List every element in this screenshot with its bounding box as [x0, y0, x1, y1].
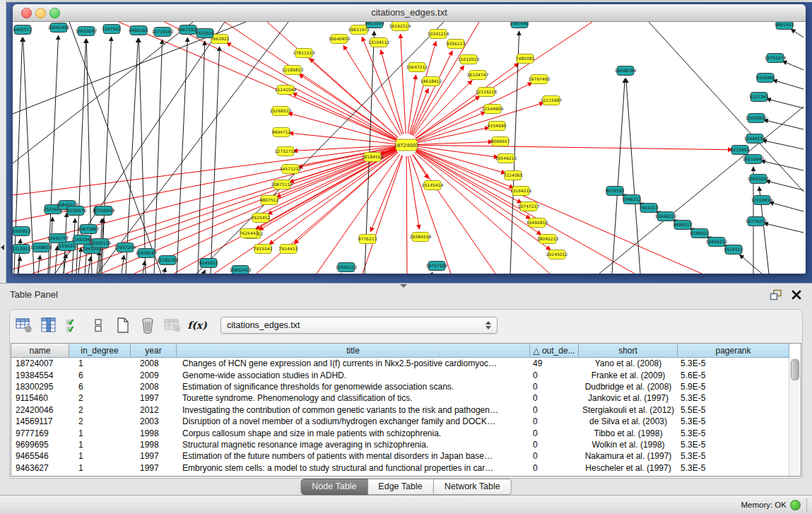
cell-out-de-: 49	[530, 358, 579, 368]
cell-short: Jankovic et al. (1997)	[579, 393, 678, 403]
tab-edge-table[interactable]: Edge Table	[367, 479, 433, 495]
network-window-titlebar[interactable]: citations_edges.txt	[13, 4, 806, 22]
table-row[interactable]: 946362711997Embryonic stem cells: a mode…	[11, 462, 789, 474]
svg-text:12444154: 12444154	[744, 136, 766, 141]
close-panel-icon[interactable]	[791, 289, 802, 300]
svg-text:7625443: 7625443	[240, 230, 259, 235]
tab-node-table[interactable]: Node Table	[300, 479, 367, 495]
close-window-button[interactable]	[21, 8, 32, 18]
svg-text:8813054: 8813054	[365, 22, 384, 25]
cell-year: 1997	[131, 463, 177, 473]
cell-title: Estimation of significance thresholds fo…	[177, 382, 530, 392]
status-bar-divider	[806, 498, 807, 512]
cell-name: 9465546	[11, 451, 69, 461]
cell-out-de-: 0	[530, 428, 579, 438]
svg-text:11610515: 11610515	[458, 57, 480, 62]
cell-short: Yano et al. (2008)	[579, 358, 678, 368]
svg-text:9807512: 9807512	[260, 197, 279, 202]
table-selector-dropdown[interactable]: citations_edges.txt	[220, 317, 498, 334]
cell-in-degree: 2	[69, 405, 131, 415]
maximize-window-button[interactable]	[49, 8, 60, 18]
svg-text:17811523: 17811523	[293, 50, 315, 55]
table-row[interactable]: 1456911722003Disruption of a novel membe…	[11, 416, 789, 427]
cell-out-de-: 0	[530, 451, 579, 461]
cell-title: Disruption of a novel member of a sodium…	[177, 416, 530, 426]
cell-in-degree: 2	[69, 416, 131, 426]
svg-text:20245012: 20245012	[546, 252, 568, 257]
delete-column-button[interactable]	[138, 315, 158, 335]
table-panel-header: Table Panel	[0, 284, 812, 306]
tab-network-table[interactable]: Network Table	[434, 479, 512, 495]
table-row[interactable]: 1872400712008Changes of HCN gene express…	[11, 358, 789, 369]
svg-text:9694712: 9694712	[272, 129, 291, 134]
cell-name: 9699695	[11, 440, 69, 450]
svg-text:15751074: 15751074	[765, 55, 787, 60]
select-rows-button[interactable]	[64, 315, 83, 335]
cell-in-degree: 1	[69, 428, 131, 438]
cell-out-de-: 0	[530, 393, 579, 403]
svg-text:17359938: 17359938	[93, 208, 115, 213]
svg-text:16104747: 16104747	[467, 72, 489, 77]
cell-in-degree: 2	[69, 393, 131, 403]
selection-toggle-button[interactable]	[88, 315, 108, 335]
svg-text:9356213: 9356213	[447, 41, 466, 46]
table-row[interactable]: 977716911998Corpus callosum shape and si…	[11, 427, 789, 438]
table-row[interactable]: 946554611997Estimation of the future num…	[11, 450, 789, 462]
svg-text:3313911: 3313911	[13, 246, 31, 251]
table-row[interactable]: 1938455462009Genome-wide association stu…	[11, 369, 789, 380]
cell-pagerank: 5.3E-5	[678, 416, 789, 426]
svg-text:10747217: 10747217	[518, 204, 540, 209]
create-column-button[interactable]	[113, 315, 133, 335]
table-tabs: Node TableEdge TableNetwork Table	[300, 479, 511, 495]
cell-name: 19384554	[11, 370, 69, 380]
svg-text:11544909: 11544909	[482, 106, 504, 111]
table-row[interactable]: 1830029562008Estimation of significance …	[11, 381, 789, 392]
svg-text:13204112: 13204112	[368, 40, 390, 45]
table-row[interactable]: 2242004622012Investigating the contribut…	[11, 404, 789, 416]
svg-text:9154690: 9154690	[488, 123, 507, 128]
column-header-out-de-[interactable]: △ out_de...	[530, 344, 579, 358]
svg-text:10341214: 10341214	[428, 31, 449, 36]
table-mode-button[interactable]	[14, 315, 34, 335]
cell-pagerank: 5.5E-5	[678, 405, 789, 415]
cell-title: Structural magnetic resonance image aver…	[177, 440, 530, 450]
svg-text:8099657: 8099657	[491, 139, 510, 144]
table-panel: Table Panel	[0, 283, 812, 496]
minimize-window-button[interactable]	[35, 8, 46, 18]
cell-name: 9115460	[11, 393, 69, 403]
float-panel-icon[interactable]	[770, 289, 782, 300]
cell-out-de-: 0	[530, 416, 579, 426]
column-chooser-button[interactable]	[39, 315, 59, 335]
cell-in-degree: 1	[69, 463, 131, 473]
column-header-name[interactable]: name	[11, 344, 69, 358]
svg-text:12093832: 12093832	[746, 115, 767, 120]
cell-short: Franke et al. (2009)	[579, 370, 678, 380]
svg-text:10952413: 10952413	[230, 267, 252, 272]
column-header-pagerank[interactable]: pagerank	[678, 344, 789, 358]
cell-pagerank: 5.9E-5	[678, 382, 789, 392]
network-window-title: citations_edges.txt	[13, 4, 806, 21]
svg-text:16648784: 16648784	[615, 68, 637, 73]
network-view-window[interactable]: citations_edges.txt 18724007178115231218…	[13, 4, 806, 274]
panel-collapse-arrow-icon[interactable]	[1, 245, 4, 250]
delete-table-button[interactable]	[163, 315, 182, 335]
svg-text:15492813: 15492813	[526, 220, 548, 225]
column-header-year[interactable]: year	[131, 344, 177, 358]
cell-year: 2009	[131, 370, 177, 380]
svg-text:12215987: 12215987	[541, 98, 563, 103]
column-header-title[interactable]: title	[177, 344, 530, 358]
network-graph-canvas[interactable]: 1872400717811523121858131124204415268513…	[13, 22, 804, 274]
node-table-container: f(x) citations_edges.txt namein_degreeye…	[9, 309, 803, 479]
scrollbar-thumb[interactable]	[791, 359, 799, 380]
svg-text:11845122: 11845122	[336, 264, 358, 269]
function-builder-button[interactable]: f(x)	[187, 315, 207, 335]
cell-name: 9777169	[11, 428, 69, 438]
table-row[interactable]: 911546021997Tourette syndrome. Phenomeno…	[11, 392, 789, 404]
cell-pagerank: 5.3E-5	[678, 358, 789, 368]
svg-text:17957254: 17957254	[114, 245, 136, 250]
svg-text:15268513: 15268513	[270, 108, 292, 113]
table-row[interactable]: 969969511998Structural magnetic resonanc…	[11, 439, 789, 450]
column-header-in-degree[interactable]: in_degree	[69, 344, 131, 358]
column-header-short[interactable]: short	[579, 344, 678, 358]
vertical-scrollbar[interactable]	[789, 358, 801, 476]
